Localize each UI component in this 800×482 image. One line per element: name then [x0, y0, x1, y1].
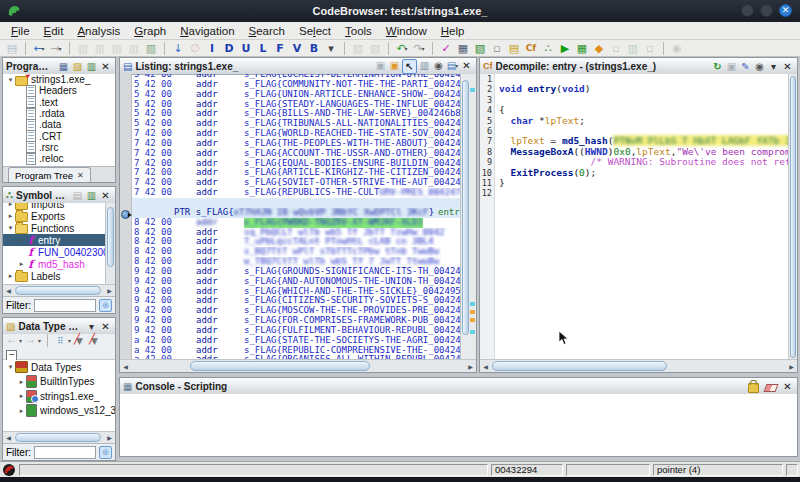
listing-row[interactable]: 5 42 00addrs_FLAG{COMMUNITY-NOT-THE-THE-… [132, 80, 460, 90]
rename-variable-icon[interactable]: V [289, 41, 305, 56]
listing-row[interactable]: 8 42 00addrsq_PbQCLT wlTb wb5 Tf JbTT Ts… [132, 228, 460, 238]
symbol-tree-vscrollbar[interactable] [105, 203, 115, 285]
tree-item-data-types[interactable]: ▾Data Types [3, 360, 115, 375]
decompile-line-5[interactable]: char *lpText; [499, 116, 789, 126]
expander-icon[interactable]: ▸ [17, 378, 26, 386]
edit-fields-icon[interactable]: ▤▾ [446, 59, 459, 72]
scroll-left-icon[interactable]: ◀ [120, 360, 131, 372]
tree-item--reloc[interactable]: .reloc [3, 153, 115, 164]
menu-search[interactable]: Search [242, 24, 292, 38]
scroll-right-icon[interactable]: ▶ [786, 360, 797, 372]
menu-select[interactable]: Select [292, 24, 338, 38]
clear-code-icon[interactable]: ∅ [187, 41, 203, 56]
scroll-right-icon[interactable]: ▶ [465, 360, 476, 372]
menu-window[interactable]: Window [379, 24, 434, 38]
scroll-right-icon[interactable]: ▶ [104, 285, 115, 296]
tab-close-icon[interactable]: ✕ [77, 171, 84, 180]
scrollbar-thumb[interactable] [492, 361, 667, 371]
listing-row[interactable]: 5 42 00addrs_FLAG{BILLS-AND-THE-LAW-SERV… [132, 109, 460, 119]
tree-item-strings1-exe-[interactable]: ▾strings1.exe_ [3, 74, 115, 85]
save-icon[interactable]: ▤ [4, 41, 20, 56]
paste-icon[interactable]: ▣ [388, 59, 401, 72]
filter-options-icon[interactable]: ◎ [99, 299, 112, 312]
export-icon[interactable]: ▥ [85, 189, 98, 202]
tree-item-functions[interactable]: ▾Functions [3, 222, 115, 234]
listing-row[interactable]: 9 42 00addrs_FLAG{FULFILMENT-BEHAVIOUR-R… [132, 326, 460, 336]
listing-row[interactable]: 7 42 00addrs_FLAG{SOVIET-OTHER-STRIVE-TH… [132, 178, 460, 188]
close-icon[interactable]: ✕ [99, 320, 112, 333]
listing-row[interactable]: 9 42 00addrs_FLAG{FOR-COMPRISES-FRAMEWOR… [132, 316, 460, 326]
listing-code-area[interactable]: 5 42 00addrs_FLAG{LOCALIST-DETERMINATION… [132, 74, 460, 360]
tree-item--text[interactable]: .text [3, 97, 115, 108]
scrollbar-thumb[interactable] [462, 80, 469, 335]
listing-row[interactable]: 8 42 00addrw_TBQ7CtTT wlTb wbS Tf 7 JwTT… [132, 257, 460, 267]
close-icon[interactable]: ✕ [460, 59, 473, 72]
cursor-tool-icon[interactable]: ↖ [402, 59, 417, 74]
decompile-line-3[interactable] [499, 95, 789, 105]
listing-row[interactable]: 8 42 00addrs_FLAG{PWBKD-TNQZRV-XT-WMJKF-… [132, 218, 460, 228]
info-icon[interactable]: ◉ [669, 41, 685, 56]
copy-special-icon[interactable]: ▥ [75, 41, 91, 56]
set-undefined-icon[interactable]: U [238, 41, 254, 56]
listing-row[interactable]: 7 42 00addrs_FLAG{WORLD-REACHED-THE-STAT… [132, 129, 460, 139]
xref-entry[interactable]: entry [438, 208, 460, 218]
expander-icon[interactable]: ▾ [6, 76, 15, 84]
tree-item-fun-00402300[interactable]: fFUN_00402300 [3, 246, 115, 258]
tree-item-windows-vs12-32[interactable]: ▸windows_vs12_32 [3, 404, 115, 419]
back-icon[interactable]: ←▾ [31, 41, 47, 56]
scrollbar-thumb[interactable] [190, 361, 370, 371]
symbol-tree-hscrollbar[interactable]: ◀ ▶ [3, 284, 115, 296]
merge-icon-1[interactable]: ▧ [350, 41, 366, 56]
register-values-icon[interactable]: ◆ [591, 41, 607, 56]
expander-icon[interactable]: ▸ [17, 236, 26, 244]
set-data-icon[interactable]: D [221, 41, 237, 56]
dtm-back-icon[interactable]: ← [5, 335, 18, 347]
listing-row[interactable]: a 42 00addrs_FLAG{STATE-THE-SOCIETYS-THE… [132, 336, 460, 346]
data-more-icon[interactable]: ▾ [323, 41, 339, 56]
listing-row[interactable]: 5 42 00addrs_FLAG{TRIBUNALS-ALL-NATIONAL… [132, 119, 460, 129]
dtm-filter-arrays-icon[interactable]: ▼ [73, 335, 86, 347]
dtm-hscrollbar[interactable]: ◀ ▶ [3, 431, 115, 443]
paste-icon-2[interactable]: ▥ [109, 41, 125, 56]
tree-item-strings1-exe-[interactable]: ▸strings1.exe_ [3, 389, 115, 404]
bytes-viewer-icon[interactable]: ▤ [506, 41, 522, 56]
set-byte-icon[interactable]: B [306, 41, 322, 56]
export-program-icon[interactable]: ▧ [472, 41, 488, 56]
menu-navigation[interactable]: Navigation [173, 24, 241, 38]
close-icon[interactable]: ✕ [781, 60, 794, 73]
menu-help[interactable]: Help [434, 24, 472, 38]
menu-edit[interactable]: Edit [37, 24, 71, 38]
scroll-lock-icon[interactable] [747, 380, 760, 393]
function-graph-icon[interactable]: ∴ [540, 41, 556, 56]
listing-row[interactable]: 9 42 00addrs_FLAG{CITIZENS-SECURITY-SOVI… [132, 296, 460, 306]
listing-row[interactable]: 7 42 00addrs_FLAG{ARTICLE-KIRGHIZ-THE-CI… [132, 168, 460, 178]
expander-icon[interactable]: ▸ [17, 392, 26, 400]
tree-item--rsrc[interactable]: .rsrc [3, 142, 115, 153]
merge-icon-2[interactable]: ▧ [367, 41, 383, 56]
snapshot-icon[interactable]: ◉ [432, 59, 445, 72]
edit-icon[interactable]: ✎ [739, 60, 752, 73]
decompile-code-area[interactable]: void entry(void) { char *lpText; lpText … [495, 74, 789, 360]
expander-icon[interactable]: ▸ [17, 407, 26, 415]
window-minimize-button[interactable] [741, 4, 754, 17]
symbol-filter-input[interactable] [34, 299, 96, 312]
menu-analysis[interactable]: Analysis [70, 24, 127, 38]
close-icon[interactable]: ✕ [99, 60, 112, 73]
scroll-left-icon[interactable]: ◀ [3, 285, 14, 296]
memory-map-icon[interactable]: ▦ [574, 41, 590, 56]
expander-icon[interactable]: ▸ [17, 260, 26, 268]
close-icon[interactable]: ✕ [781, 380, 794, 393]
tree-item-imports[interactable]: ▸Imports [3, 203, 115, 210]
listing-row[interactable]: a 42 00addrs_FLAG{REPUBLIC-COMPREHENSIVE… [132, 346, 460, 356]
listing-row[interactable]: 7 42 00addrs_FLAG{ACCOUNT-THE-USSR-AND-O… [132, 149, 460, 159]
expander-icon[interactable]: ▾ [6, 363, 15, 371]
dtm-filter-pointers-icon[interactable]: ▼ [88, 335, 101, 347]
program-tree-tab[interactable]: Program Tree ✕ [8, 167, 91, 182]
dtm-forward-icon[interactable]: → [24, 335, 37, 347]
paste-run-icon[interactable]: ▥ [143, 41, 159, 56]
decompile-vscrollbar[interactable] [788, 74, 797, 360]
decompile-line-12[interactable] [499, 188, 789, 198]
redo-icon[interactable]: ↷▾ [411, 41, 427, 56]
listing-row[interactable]: 9 42 00addrs_FLAG{AND-AUTONOMOUS-THE-UNI… [132, 277, 460, 287]
tree-item-labels[interactable]: ▸Labels [3, 270, 115, 282]
